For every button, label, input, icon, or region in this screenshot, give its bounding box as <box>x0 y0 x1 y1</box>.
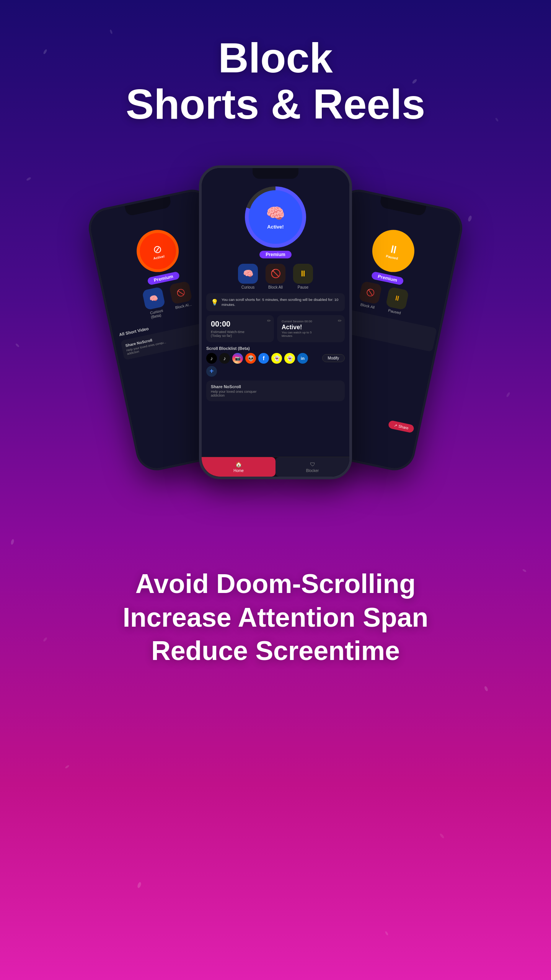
block-all-mode-btn[interactable]: 🚫 Block All <box>266 264 285 289</box>
share-noscroll-title: Share NoScroll <box>211 384 340 389</box>
add-more-container: + <box>206 366 345 377</box>
left-mode-buttons: 🧠 Curious(Beta) 🚫 Block Al... <box>142 281 195 320</box>
reddit-icon: 👽 <box>245 353 256 364</box>
session-card: ✏ Current Session 00:00 Active! You can … <box>277 315 345 342</box>
snapchat1-icon: 👻 <box>271 353 282 364</box>
nav-blocker-label: Blocker <box>306 469 319 473</box>
blocklist-section: Scroll Blocklist (Beta) ♪ ♪ 📷 👽 f 👻 👻 <box>206 346 345 377</box>
center-phone-notch <box>253 168 298 179</box>
center-phone: 🧠 Active! Premium 🧠 Curious 🚫 <box>199 165 352 479</box>
right-blockall-icon: 🚫 <box>359 281 382 305</box>
session-edit-icon[interactable]: ✏ <box>338 318 342 323</box>
left-brain-container: ⊘ Active! Premium <box>130 215 185 286</box>
center-status-label: Active! <box>267 224 284 230</box>
facebook-icon: f <box>258 353 269 364</box>
watchtime-value: 00:00 <box>211 320 269 328</box>
center-brain-container: 🧠 Active! Premium <box>245 186 306 258</box>
blocker-nav-icon: 🛡 <box>310 461 315 467</box>
session-desc: You can watch up to 5Minutes <box>282 331 340 338</box>
block-all-mode-icon: 🚫 <box>266 264 285 284</box>
footer-section: Avoid Doom-Scrolling Increase Attention … <box>0 544 551 699</box>
footer-line1: Avoid Doom-Scrolling <box>31 567 520 601</box>
left-ban-icon: ⊘ <box>152 242 163 256</box>
snapchat2-icon: 👻 <box>284 353 295 364</box>
right-paused-label: Paused <box>388 308 401 315</box>
nav-home-label: Home <box>233 469 244 473</box>
brain-icon: 🧠 <box>266 204 285 222</box>
session-sublabel: Current Session 00:00 <box>282 320 340 323</box>
right-share-btn-container: ↗ Share <box>388 420 415 433</box>
blocklist-title: Scroll Blocklist (Beta) <box>206 346 345 351</box>
curious-mode-icon: 🧠 <box>238 264 258 284</box>
right-phone-notch <box>379 196 426 216</box>
left-brain-outer: ⊘ Active! <box>133 226 183 276</box>
right-mode-buttons: 🚫 Block All ⏸ Paused <box>357 281 409 316</box>
center-premium-badge: Premium <box>259 251 291 258</box>
right-brain-outer: ⏸ Paused <box>368 226 418 276</box>
share-noscroll-desc: Help your loved ones conqueraddiction <box>211 390 340 397</box>
left-curious-icon: 🧠 <box>142 287 166 310</box>
pause-mode-btn[interactable]: ⏸ Pause <box>293 264 313 289</box>
watchtime-card: ✏ 00:00 Estimated Watch-time(Today so fa… <box>206 315 274 342</box>
add-app-icon[interactable]: + <box>206 366 217 377</box>
tiktok1-icon: ♪ <box>206 353 217 364</box>
watchtime-edit-icon[interactable]: ✏ <box>267 318 271 323</box>
center-phone-screen: 🧠 Active! Premium 🧠 Curious 🚫 <box>202 168 349 477</box>
curious-mode-label: Curious <box>241 285 254 289</box>
left-brain-inner: ⊘ Active! <box>136 229 179 273</box>
info-banner: 💡 You can scroll shorts for: 5 minutes, … <box>206 293 345 311</box>
right-blockall-btn[interactable]: 🚫 Block All <box>357 281 382 310</box>
right-pause-mode-icon: ⏸ <box>386 287 409 310</box>
right-brain-container: ⏸ Paused Premium <box>366 215 421 286</box>
linkedin-icon: in <box>297 353 308 364</box>
right-premium-badge: Premium <box>371 271 404 286</box>
block-all-mode-label: Block All <box>268 285 283 289</box>
footer-line2: Increase Attention Span <box>31 601 520 635</box>
phones-container: ⊘ Active! Premium 🧠 Curious(Beta) 🚫 <box>0 142 551 544</box>
tiktok2-icon: ♪ <box>219 353 230 364</box>
right-paused-btn[interactable]: ⏸ Paused <box>384 287 409 316</box>
left-blockall-btn[interactable]: 🚫 Block Al... <box>169 281 194 310</box>
center-brain-ring: 🧠 Active! <box>245 186 306 248</box>
header-section: Block Shorts & Reels <box>0 0 551 142</box>
watchtime-label: Estimated Watch-time(Today so far) <box>211 330 269 338</box>
pause-mode-label: Pause <box>298 285 308 289</box>
bottom-nav: 🏠 Home 🛡 Blocker <box>202 457 349 477</box>
home-nav-icon: 🏠 <box>235 461 242 467</box>
lightbulb-icon: 💡 <box>211 299 218 306</box>
stats-row: ✏ 00:00 Estimated Watch-time(Today so fa… <box>206 315 345 342</box>
nav-blocker[interactable]: 🛡 Blocker <box>276 457 349 477</box>
right-share-icon: ↗ <box>394 423 398 428</box>
left-curious-label: Curious(Beta) <box>150 308 164 319</box>
info-banner-text: You can scroll shorts for: 5 minutes, th… <box>222 297 340 307</box>
right-share-button[interactable]: ↗ Share <box>388 420 415 433</box>
share-section: Share NoScroll Help your loved ones conq… <box>206 381 345 401</box>
pause-mode-icon: ⏸ <box>293 264 313 284</box>
center-mode-buttons: 🧠 Curious 🚫 Block All ⏸ Pause <box>238 264 313 289</box>
nav-home[interactable]: 🏠 Home <box>202 457 276 477</box>
right-brain-inner: ⏸ Paused <box>372 229 415 273</box>
instagram-icon: 📷 <box>232 353 243 364</box>
left-blockall-icon: 🚫 <box>169 281 192 305</box>
center-brain-inner: 🧠 Active! <box>249 190 302 244</box>
curious-mode-btn[interactable]: 🧠 Curious <box>238 264 258 289</box>
left-phone-notch <box>125 196 172 216</box>
modify-button[interactable]: Modify <box>322 354 345 362</box>
page-title: Block Shorts & Reels <box>0 34 551 127</box>
blocklist-icons-row: ♪ ♪ 📷 👽 f 👻 👻 in Modify <box>206 353 345 364</box>
left-curious-btn[interactable]: 🧠 Curious(Beta) <box>142 287 168 320</box>
footer-line3: Reduce Screentime <box>31 634 520 668</box>
session-status: Active! <box>282 324 340 331</box>
right-blockall-label: Block All <box>360 302 375 310</box>
